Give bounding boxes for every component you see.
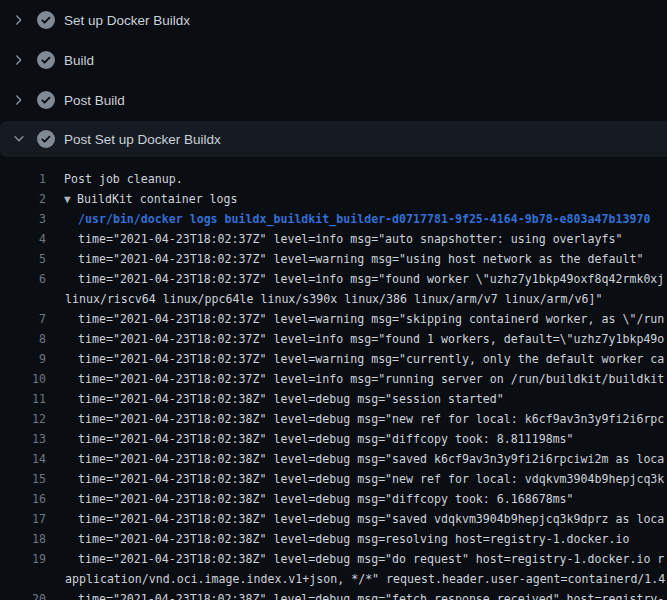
log-text: Post job cleanup. (64, 169, 183, 189)
line-number[interactable]: 17 (0, 509, 46, 529)
log-lines: 1Post job cleanup.2▼BuildKit container l… (0, 157, 667, 600)
log-text: time="2021-04-23T18:02:37Z" level=warnin… (78, 249, 643, 269)
log-text: time="2021-04-23T18:02:38Z" level=debug … (78, 509, 664, 529)
line-number[interactable]: 4 (0, 229, 46, 249)
line-number[interactable]: 19 (0, 549, 46, 569)
line-number[interactable]: 12 (0, 409, 46, 429)
log-row: 2▼BuildKit container logs (0, 189, 667, 209)
line-number[interactable]: 3 (0, 209, 46, 229)
log-text: linux/riscv64 linux/ppc64le linux/s390x … (65, 289, 602, 309)
line-number[interactable]: 16 (0, 489, 46, 509)
log-row: 20time="2021-04-23T18:02:38Z" level=debu… (0, 589, 667, 600)
log-text: time="2021-04-23T18:02:38Z" level=debug … (78, 449, 664, 469)
log-text: time="2021-04-23T18:02:37Z" level=info m… (78, 269, 664, 289)
log-text: time="2021-04-23T18:02:38Z" level=debug … (78, 549, 664, 569)
line-number[interactable]: 10 (0, 369, 46, 389)
step-row-1[interactable]: Build (0, 40, 667, 80)
line-number[interactable]: 18 (0, 529, 46, 549)
log-row: 8time="2021-04-23T18:02:37Z" level=info … (0, 329, 667, 349)
log-text: time="2021-04-23T18:02:38Z" level=debug … (78, 389, 504, 409)
line-number[interactable]: 6 (0, 269, 46, 289)
log-row: 1Post job cleanup. (0, 169, 667, 189)
log-text: time="2021-04-23T18:02:37Z" level=warnin… (78, 349, 664, 369)
log-row: 6time="2021-04-23T18:02:37Z" level=info … (0, 269, 667, 289)
line-number[interactable]: 15 (0, 469, 46, 489)
log-text: time="2021-04-23T18:02:37Z" level=info m… (78, 329, 664, 349)
step-row-3[interactable]: Post Set up Docker Buildx (0, 121, 667, 157)
log-row: 10time="2021-04-23T18:02:37Z" level=info… (0, 369, 667, 389)
line-number[interactable]: 13 (0, 429, 46, 449)
log-row: 9time="2021-04-23T18:02:37Z" level=warni… (0, 349, 667, 369)
line-number (0, 569, 46, 589)
line-number[interactable]: 7 (0, 309, 46, 329)
log-row: 15time="2021-04-23T18:02:38Z" level=debu… (0, 469, 667, 489)
group-title: BuildKit container logs (77, 192, 238, 206)
log-row: 7time="2021-04-23T18:02:37Z" level=warni… (0, 309, 667, 329)
log-text: application/vnd.oci.image.index.v1+json,… (65, 569, 665, 589)
log-text: time="2021-04-23T18:02:37Z" level=info m… (78, 369, 664, 389)
check-circle-icon (37, 51, 55, 69)
step-label: Set up Docker Buildx (64, 13, 190, 28)
log-text: time="2021-04-23T18:02:38Z" level=debug … (78, 469, 664, 489)
line-number[interactable]: 1 (0, 169, 46, 189)
group-collapse-triangle-icon[interactable]: ▼ (64, 190, 77, 209)
log-text: time="2021-04-23T18:02:37Z" level=info m… (78, 229, 622, 249)
step-row-0[interactable]: Set up Docker Buildx (0, 0, 667, 40)
line-number[interactable]: 11 (0, 389, 46, 409)
log-row: 5time="2021-04-23T18:02:37Z" level=warni… (0, 249, 667, 269)
chevron-right-icon (12, 13, 26, 27)
log-group-header[interactable]: ▼BuildKit container logs (64, 189, 238, 209)
log-command-text: /usr/bin/docker logs buildx_buildkit_bui… (78, 209, 650, 229)
log-text: time="2021-04-23T18:02:38Z" level=debug … (78, 429, 574, 449)
log-text: time="2021-04-23T18:02:38Z" level=debug … (78, 489, 574, 509)
line-number[interactable]: 5 (0, 249, 46, 269)
chevron-right-icon (12, 53, 26, 67)
log-row: application/vnd.oci.image.index.v1+json,… (0, 569, 667, 589)
log-text: time="2021-04-23T18:02:38Z" level=debug … (78, 589, 664, 600)
line-number[interactable]: 14 (0, 449, 46, 469)
log-row: 13time="2021-04-23T18:02:38Z" level=debu… (0, 429, 667, 449)
chevron-down-icon (12, 132, 26, 146)
log-row: 4time="2021-04-23T18:02:37Z" level=info … (0, 229, 667, 249)
step-row-2[interactable]: Post Build (0, 80, 667, 120)
check-circle-icon (37, 11, 55, 29)
log-row: 3/usr/bin/docker logs buildx_buildkit_bu… (0, 209, 667, 229)
log-text: time="2021-04-23T18:02:37Z" level=warnin… (78, 309, 664, 329)
step-label: Build (64, 53, 94, 68)
log-row: 11time="2021-04-23T18:02:38Z" level=debu… (0, 389, 667, 409)
line-number[interactable]: 20 (0, 589, 46, 600)
log-row: 17time="2021-04-23T18:02:38Z" level=debu… (0, 509, 667, 529)
log-row: 18time="2021-04-23T18:02:38Z" level=debu… (0, 529, 667, 549)
check-circle-icon (37, 130, 55, 148)
step-label: Post Build (64, 93, 125, 108)
line-number[interactable]: 9 (0, 349, 46, 369)
log-text: time="2021-04-23T18:02:38Z" level=debug … (78, 529, 629, 549)
log-row: 16time="2021-04-23T18:02:38Z" level=debu… (0, 489, 667, 509)
line-number (0, 289, 46, 309)
step-label: Post Set up Docker Buildx (64, 132, 221, 147)
line-number[interactable]: 8 (0, 329, 46, 349)
chevron-right-icon (12, 93, 26, 107)
log-row: linux/riscv64 linux/ppc64le linux/s390x … (0, 289, 667, 309)
line-number[interactable]: 2 (0, 189, 46, 209)
steps-list: Set up Docker BuildxBuildPost BuildPost … (0, 0, 667, 157)
check-circle-icon (37, 91, 55, 109)
log-row: 14time="2021-04-23T18:02:38Z" level=debu… (0, 449, 667, 469)
log-row: 12time="2021-04-23T18:02:38Z" level=debu… (0, 409, 667, 429)
log-text: time="2021-04-23T18:02:38Z" level=debug … (78, 409, 664, 429)
log-row: 19time="2021-04-23T18:02:38Z" level=debu… (0, 549, 667, 569)
